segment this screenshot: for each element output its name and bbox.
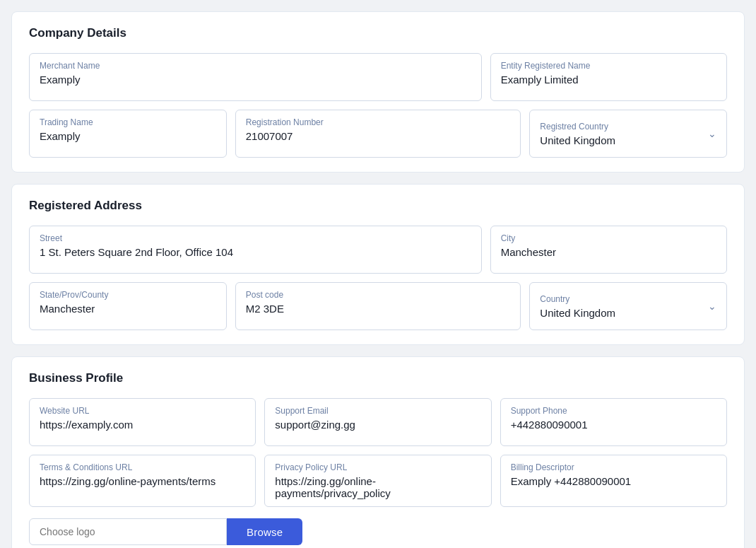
logo-input[interactable] [29,518,227,545]
registered-address-section: Registered Address Street 1 St. Peters S… [11,184,745,345]
business-profile-title: Business Profile [29,371,727,385]
chevron-down-icon: ⌄ [708,301,716,312]
terms-url-label: Terms & Conditions URL [40,462,245,472]
merchant-name-field: Merchant Name Examply [29,53,482,101]
street-field: Street 1 St. Peters Square 2nd Floor, Of… [29,226,482,274]
state-field: State/Prov/County Manchester [29,282,227,330]
merchant-name-label: Merchant Name [40,61,471,71]
business-profile-fields: Website URL https://examply.com Support … [29,398,727,545]
city-label: City [501,233,716,243]
entity-name-value: Examply Limited [501,74,716,86]
privacy-url-value: https://zing.gg/online-payments/privacy_… [275,475,480,499]
support-phone-label: Support Phone [511,406,716,416]
support-phone-value: +442880090001 [511,419,716,431]
chevron-down-icon: ⌄ [708,128,716,139]
registered-country-label: Registred Country [540,122,615,132]
registered-address-title: Registered Address [29,199,727,213]
trading-name-value: Examply [40,130,216,142]
website-url-label: Website URL [40,406,245,416]
support-email-value: support@zing.gg [275,419,480,431]
page-container: Company Details Merchant Name Examply En… [11,11,745,548]
company-details-fields: Merchant Name Examply Entity Registered … [29,53,727,158]
website-url-field: Website URL https://examply.com [29,398,256,446]
billing-descriptor-label: Billing Descriptor [511,462,716,472]
street-value: 1 St. Peters Square 2nd Floor, Office 10… [40,246,471,258]
logo-row: Browse [29,518,727,545]
billing-descriptor-field: Billing Descriptor Examply +442880090001 [500,455,727,507]
postcode-field: Post code M2 3DE [235,282,521,330]
registration-number-label: Registration Number [246,117,511,127]
country-field[interactable]: Country United Kingdom ⌄ [529,282,727,330]
country-value: United Kingdom [540,307,615,319]
company-details-title: Company Details [29,26,727,40]
support-email-label: Support Email [275,406,480,416]
billing-descriptor-value: Examply +442880090001 [511,475,716,487]
postcode-label: Post code [246,290,511,300]
trading-name-field: Trading Name Examply [29,110,227,158]
terms-url-value: https://zing.gg/online-payments/terms [40,475,245,487]
street-label: Street [40,233,471,243]
business-profile-section: Business Profile Website URL https://exa… [11,356,745,548]
entity-registered-name-field: Entity Registered Name Examply Limited [490,53,727,101]
terms-url-field: Terms & Conditions URL https://zing.gg/o… [29,455,256,507]
business-row-1: Website URL https://examply.com Support … [29,398,727,446]
address-row-2: State/Prov/County Manchester Post code M… [29,282,727,330]
support-email-field: Support Email support@zing.gg [264,398,491,446]
business-row-2: Terms & Conditions URL https://zing.gg/o… [29,455,727,507]
company-details-section: Company Details Merchant Name Examply En… [11,11,745,173]
registered-address-fields: Street 1 St. Peters Square 2nd Floor, Of… [29,226,727,330]
address-row-1: Street 1 St. Peters Square 2nd Floor, Of… [29,226,727,274]
registered-country-field[interactable]: Registred Country United Kingdom ⌄ [529,110,727,158]
state-value: Manchester [40,303,216,315]
merchant-name-value: Examply [40,74,471,86]
trading-name-label: Trading Name [40,117,216,127]
registration-number-field: Registration Number 21007007 [235,110,521,158]
country-label: Country [540,294,615,304]
state-label: State/Prov/County [40,290,216,300]
registered-country-value: United Kingdom [540,134,615,146]
registration-number-value: 21007007 [246,130,511,142]
website-url-value: https://examply.com [40,419,245,431]
entity-name-label: Entity Registered Name [501,61,716,71]
support-phone-field: Support Phone +442880090001 [500,398,727,446]
city-value: Manchester [501,246,716,258]
company-row-1: Merchant Name Examply Entity Registered … [29,53,727,101]
company-row-2: Trading Name Examply Registration Number… [29,110,727,158]
browse-button[interactable]: Browse [227,518,302,545]
postcode-value: M2 3DE [246,303,511,315]
privacy-url-field: Privacy Policy URL https://zing.gg/onlin… [264,455,491,507]
privacy-url-label: Privacy Policy URL [275,462,480,472]
city-field: City Manchester [490,226,727,274]
